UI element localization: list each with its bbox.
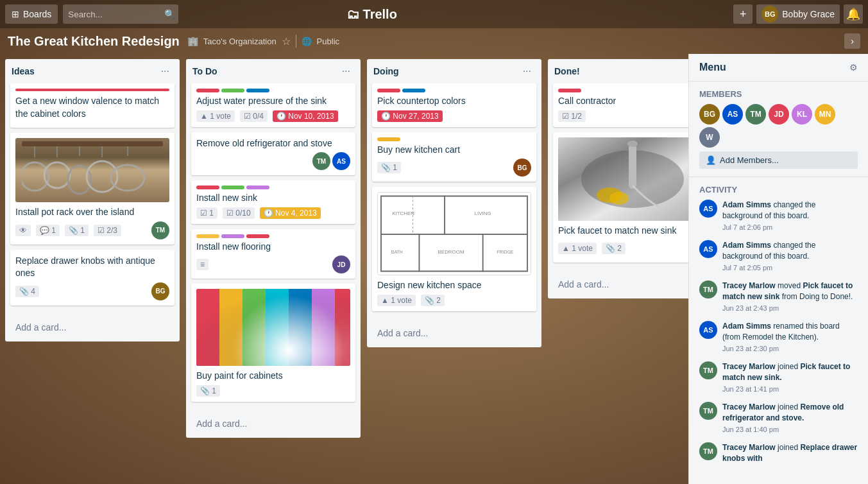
member-avatar-5[interactable]: MN <box>815 104 835 125</box>
card-meta: ▲ 1 vote 📎 2 <box>377 295 531 306</box>
add-icon: 👤 <box>706 155 716 165</box>
svg-rect-17 <box>335 289 350 366</box>
activity-time: Jun 23 at 1:41 pm <box>722 385 858 394</box>
add-card-todo[interactable]: Add a card... <box>191 415 355 433</box>
checklist2-badge: ☑ 1 <box>196 207 217 219</box>
card-member-avatar: BG <box>513 159 531 177</box>
card-title: Design new kitchen space <box>377 279 531 292</box>
watch-badge: 👁 <box>15 225 31 236</box>
card-doing-2[interactable]: Buy new kitchen cart 📎 1 BG <box>372 132 536 182</box>
attach-badge: 📎 4 <box>15 286 39 297</box>
activity-user: Adam Simms <box>722 241 771 250</box>
color-swatch-image <box>196 289 350 366</box>
activity-avatar-6: TM <box>699 442 717 460</box>
card-doing-1[interactable]: Pick countertop colors 🕐 Nov 27, 2013 <box>372 83 536 127</box>
card-tags <box>196 89 350 92</box>
user-name: Bobby Grace <box>782 9 835 19</box>
activity-content-3: Adam Simms renamed this board (from Remo… <box>722 321 858 354</box>
card-todo-1[interactable]: Adjust water pressure of the sink ▲ 1 vo… <box>191 83 355 127</box>
main-content: Ideas ··· Get a new window valence to ma… <box>0 54 868 484</box>
members-row: BG AS TM JD KL MN W <box>699 104 858 148</box>
add-button[interactable]: + <box>733 4 753 24</box>
member-avatar-3[interactable]: JD <box>769 104 789 125</box>
card-title: Install pot rack over the island <box>15 206 169 219</box>
user-button[interactable]: BG Bobby Grace <box>756 4 840 24</box>
activity-avatar-4: TM <box>699 361 717 379</box>
notification-button[interactable]: 🔔 <box>844 4 863 24</box>
card-title: Adjust water pressure of the sink <box>196 95 350 108</box>
column-header-done: Done! ··· <box>548 59 688 83</box>
svg-rect-19 <box>381 196 527 272</box>
star-button[interactable]: ☆ <box>282 35 291 48</box>
tag-red <box>196 186 219 189</box>
activity-item-6: TM Tracey Marlow joined Replace drawer k… <box>699 442 858 465</box>
activity-time: Jun 23 at 1:40 pm <box>722 425 858 435</box>
member-avatar-4[interactable]: KL <box>792 104 812 125</box>
attach-badge: 📎 2 <box>602 243 625 254</box>
activity-time: Jun 23 at 2:30 pm <box>722 344 858 354</box>
columns-area: Ideas ··· Get a new window valence to ma… <box>0 54 688 484</box>
column-title-done: Done! <box>554 66 580 76</box>
board-meta: 🏢 Taco's Organization ☆ 🌐 Public <box>187 35 339 48</box>
activity-time: Jul 7 at 2:06 pm <box>722 223 858 232</box>
attach-badge: 📎 2 <box>421 295 445 306</box>
card-meta: ☑ 1/2 <box>558 110 688 122</box>
svg-rect-16 <box>312 289 335 366</box>
member-avatar-2[interactable]: TM <box>745 104 766 125</box>
add-card-doing[interactable]: Add a card... <box>372 324 536 342</box>
panel-close-button[interactable]: ⚙ <box>849 62 858 73</box>
column-header-ideas: Ideas ··· <box>5 59 180 83</box>
search-input[interactable] <box>63 4 178 24</box>
collapse-panel-button[interactable]: › <box>844 33 860 49</box>
card-meta: ≡ JD <box>196 255 350 273</box>
card-doing-3[interactable]: KITCHEN LIVING BATH BEDROOM FRIDGE Desig… <box>372 187 536 311</box>
card-ideas-2[interactable]: Install pot rack over the island 👁 💬 1 📎… <box>10 133 174 245</box>
svg-rect-0 <box>22 141 163 146</box>
card-todo-3[interactable]: Install new sink ☑ 1 ☑ 0/10 🕐 Nov 4, 201… <box>191 180 355 224</box>
activity-content-0: Adam Simms changed the background of thi… <box>722 200 858 232</box>
column-menu-todo[interactable]: ··· <box>338 64 354 78</box>
activity-section: Activity AS Adam Simms changed the backg… <box>689 177 868 484</box>
floor-plan-image: KITCHEN LIVING BATH BEDROOM FRIDGE <box>377 192 531 275</box>
member-avatar-6[interactable]: W <box>699 127 720 148</box>
member-avatar-0[interactable]: BG <box>699 104 720 125</box>
card-done-2[interactable]: Pick faucet to match new sink ▲ 1 vote 📎… <box>553 132 688 263</box>
card-todo-5[interactable]: Buy paint for cabinets 📎 1 <box>191 284 355 402</box>
activity-user: Adam Simms <box>722 322 771 331</box>
column-cards-todo: Adjust water pressure of the sink ▲ 1 vo… <box>186 83 361 412</box>
logo-text: Trello <box>363 7 397 22</box>
add-members-button[interactable]: 👤 Add Members... <box>699 151 858 169</box>
column-menu-ideas[interactable]: ··· <box>157 64 173 78</box>
activity-content-1: Adam Simms changed the background of thi… <box>722 240 858 273</box>
member-avatar-1[interactable]: AS <box>722 104 743 125</box>
svg-rect-13 <box>243 289 266 366</box>
tag-green <box>221 89 244 92</box>
column-todo: To Do ··· Adjust water pressure of the s… <box>186 59 361 438</box>
column-menu-doing[interactable]: ··· <box>519 64 535 78</box>
comment-badge: 💬 1 <box>36 225 60 236</box>
card-ideas-1[interactable]: Get a new window valence to match the ca… <box>10 83 174 128</box>
card-todo-4[interactable]: Install new flooring ≡ JD <box>191 229 355 279</box>
card-done-1[interactable]: Call contractor ☑ 1/2 <box>553 83 688 127</box>
add-card-ideas[interactable]: Add a card... <box>10 318 174 336</box>
card-title: Pick countertop colors <box>377 95 531 108</box>
checklist-badge: ☑ 2/3 <box>94 225 121 236</box>
logo-icon: 🗂 <box>346 7 359 22</box>
card-tags <box>558 89 688 92</box>
card-ideas-3[interactable]: Replace drawer knobs with antique ones 📎… <box>10 250 174 306</box>
divider <box>296 35 296 48</box>
column-header-todo: To Do ··· <box>186 59 361 83</box>
add-card-done[interactable]: Add a card... <box>553 275 688 293</box>
card-title: Call contractor <box>558 95 688 108</box>
card-todo-2[interactable]: Remove old refrigerator and stove TM AS <box>191 132 355 176</box>
card-tags <box>377 137 531 141</box>
card-meta: TM AS <box>196 152 350 170</box>
logo: 🗂 Trello <box>346 7 397 22</box>
right-panel: Menu ⚙ Members BG AS TM JD KL MN W 👤 Add… <box>688 54 868 484</box>
activity-user: Tracey Marlow <box>722 281 776 290</box>
boards-button[interactable]: ⊞ Boards <box>5 4 58 24</box>
card-member-avatar: TM <box>312 152 330 170</box>
svg-text:FRIDGE: FRIDGE <box>497 250 514 254</box>
tag-orange <box>377 137 400 141</box>
card-title: Install new flooring <box>196 241 350 254</box>
